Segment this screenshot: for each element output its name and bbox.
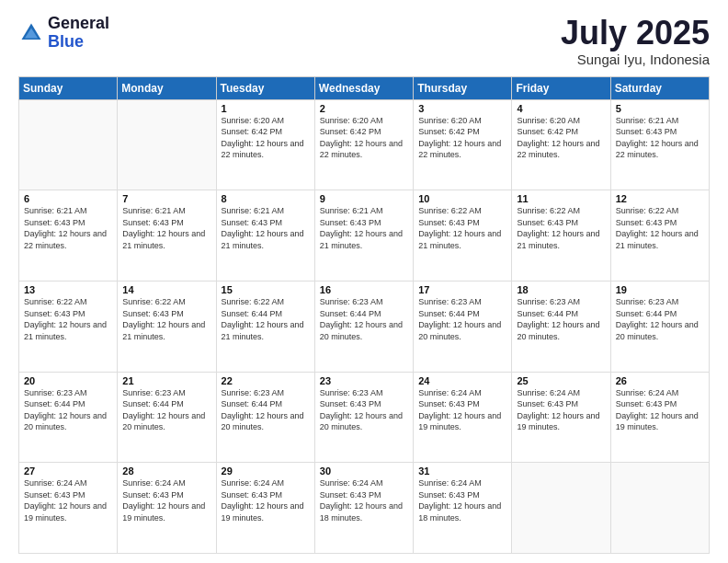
day-info: Sunrise: 6:23 AM Sunset: 6:43 PM Dayligh… (320, 387, 408, 433)
calendar-cell: 5Sunrise: 6:21 AM Sunset: 6:43 PM Daylig… (610, 99, 709, 190)
calendar-cell: 20Sunrise: 6:23 AM Sunset: 6:44 PM Dayli… (19, 372, 118, 463)
day-info: Sunrise: 6:23 AM Sunset: 6:44 PM Dayligh… (222, 387, 310, 433)
day-number: 20 (24, 375, 112, 386)
day-info: Sunrise: 6:22 AM Sunset: 6:43 PM Dayligh… (418, 205, 506, 251)
header: General Blue July 2025 Sungai Iyu, Indon… (18, 15, 710, 67)
calendar-cell: 4Sunrise: 6:20 AM Sunset: 6:42 PM Daylig… (512, 99, 610, 190)
month-year: July 2025 (561, 15, 710, 52)
day-number: 29 (222, 465, 310, 477)
day-number: 4 (517, 103, 605, 114)
day-info: Sunrise: 6:22 AM Sunset: 6:43 PM Dayligh… (517, 205, 605, 251)
day-number: 10 (418, 193, 506, 204)
day-number: 1 (222, 103, 310, 114)
day-number: 23 (320, 375, 408, 386)
day-info: Sunrise: 6:24 AM Sunset: 6:43 PM Dayligh… (418, 387, 506, 433)
calendar-cell: 30Sunrise: 6:24 AM Sunset: 6:43 PM Dayli… (314, 463, 413, 554)
day-number: 21 (122, 375, 210, 386)
day-info: Sunrise: 6:24 AM Sunset: 6:43 PM Dayligh… (222, 477, 310, 523)
calendar-cell: 22Sunrise: 6:23 AM Sunset: 6:44 PM Dayli… (216, 372, 314, 463)
day-number: 30 (320, 465, 408, 477)
calendar-cell (19, 99, 118, 190)
calendar-cell: 15Sunrise: 6:22 AM Sunset: 6:44 PM Dayli… (216, 281, 314, 372)
calendar-week: 13Sunrise: 6:22 AM Sunset: 6:43 PM Dayli… (19, 281, 710, 372)
day-info: Sunrise: 6:20 AM Sunset: 6:42 PM Dayligh… (222, 115, 310, 161)
calendar-body: 1Sunrise: 6:20 AM Sunset: 6:42 PM Daylig… (19, 99, 710, 553)
days-row: SundayMondayTuesdayWednesdayThursdayFrid… (19, 76, 710, 99)
calendar-week: 6Sunrise: 6:21 AM Sunset: 6:43 PM Daylig… (19, 190, 710, 282)
day-number: 28 (122, 465, 210, 477)
calendar-week: 27Sunrise: 6:24 AM Sunset: 6:43 PM Dayli… (19, 463, 710, 554)
calendar-cell: 19Sunrise: 6:23 AM Sunset: 6:44 PM Dayli… (610, 281, 709, 372)
calendar-header: SundayMondayTuesdayWednesdayThursdayFrid… (19, 76, 710, 99)
calendar-cell: 10Sunrise: 6:22 AM Sunset: 6:43 PM Dayli… (414, 190, 512, 282)
day-info: Sunrise: 6:22 AM Sunset: 6:43 PM Dayligh… (24, 296, 112, 342)
calendar-cell: 1Sunrise: 6:20 AM Sunset: 6:42 PM Daylig… (216, 99, 314, 190)
day-number: 19 (616, 284, 704, 295)
day-info: Sunrise: 6:23 AM Sunset: 6:44 PM Dayligh… (320, 296, 408, 342)
day-header: Sunday (19, 76, 118, 99)
day-number: 24 (418, 375, 506, 386)
day-number: 17 (418, 284, 506, 295)
day-number: 26 (616, 375, 704, 386)
day-number: 25 (517, 375, 605, 386)
day-info: Sunrise: 6:24 AM Sunset: 6:43 PM Dayligh… (320, 477, 408, 523)
day-info: Sunrise: 6:23 AM Sunset: 6:44 PM Dayligh… (24, 387, 112, 433)
calendar-week: 1Sunrise: 6:20 AM Sunset: 6:42 PM Daylig… (19, 99, 710, 190)
calendar-cell: 7Sunrise: 6:21 AM Sunset: 6:43 PM Daylig… (118, 190, 216, 282)
calendar-cell (512, 463, 610, 554)
day-info: Sunrise: 6:21 AM Sunset: 6:43 PM Dayligh… (320, 205, 408, 251)
day-number: 27 (24, 465, 112, 477)
calendar-cell: 23Sunrise: 6:23 AM Sunset: 6:43 PM Dayli… (314, 372, 413, 463)
calendar-cell: 28Sunrise: 6:24 AM Sunset: 6:43 PM Dayli… (118, 463, 216, 554)
day-number: 22 (222, 375, 310, 386)
calendar-cell: 9Sunrise: 6:21 AM Sunset: 6:43 PM Daylig… (314, 190, 413, 282)
day-info: Sunrise: 6:23 AM Sunset: 6:44 PM Dayligh… (418, 296, 506, 342)
calendar-cell: 16Sunrise: 6:23 AM Sunset: 6:44 PM Dayli… (314, 281, 413, 372)
day-number: 13 (24, 284, 112, 295)
day-info: Sunrise: 6:23 AM Sunset: 6:44 PM Dayligh… (517, 296, 605, 342)
calendar-cell: 21Sunrise: 6:23 AM Sunset: 6:44 PM Dayli… (118, 372, 216, 463)
day-info: Sunrise: 6:23 AM Sunset: 6:44 PM Dayligh… (122, 387, 210, 433)
day-info: Sunrise: 6:20 AM Sunset: 6:42 PM Dayligh… (517, 115, 605, 161)
day-number: 11 (517, 193, 605, 204)
calendar-table: SundayMondayTuesdayWednesdayThursdayFrid… (18, 76, 710, 554)
calendar-cell: 6Sunrise: 6:21 AM Sunset: 6:43 PM Daylig… (19, 190, 118, 282)
day-number: 5 (616, 103, 704, 114)
calendar-cell: 14Sunrise: 6:22 AM Sunset: 6:43 PM Dayli… (118, 281, 216, 372)
day-header: Tuesday (216, 76, 314, 99)
title-block: July 2025 Sungai Iyu, Indonesia (561, 15, 710, 67)
day-info: Sunrise: 6:23 AM Sunset: 6:44 PM Dayligh… (616, 296, 704, 342)
day-header: Friday (512, 76, 610, 99)
calendar-cell: 3Sunrise: 6:20 AM Sunset: 6:42 PM Daylig… (414, 99, 512, 190)
day-header: Monday (118, 76, 216, 99)
day-info: Sunrise: 6:21 AM Sunset: 6:43 PM Dayligh… (24, 205, 112, 251)
logo-icon (18, 20, 44, 46)
calendar-cell: 25Sunrise: 6:24 AM Sunset: 6:43 PM Dayli… (512, 372, 610, 463)
day-number: 8 (222, 193, 310, 204)
day-number: 14 (122, 284, 210, 295)
logo-general: General (48, 15, 109, 33)
day-number: 9 (320, 193, 408, 204)
calendar-cell: 18Sunrise: 6:23 AM Sunset: 6:44 PM Dayli… (512, 281, 610, 372)
calendar-cell: 13Sunrise: 6:22 AM Sunset: 6:43 PM Dayli… (19, 281, 118, 372)
logo-text: General Blue (48, 15, 109, 52)
day-number: 6 (24, 193, 112, 204)
day-info: Sunrise: 6:24 AM Sunset: 6:43 PM Dayligh… (122, 477, 210, 523)
logo-blue: Blue (48, 33, 109, 52)
calendar-cell: 11Sunrise: 6:22 AM Sunset: 6:43 PM Dayli… (512, 190, 610, 282)
day-info: Sunrise: 6:22 AM Sunset: 6:43 PM Dayligh… (616, 205, 704, 251)
day-number: 16 (320, 284, 408, 295)
day-info: Sunrise: 6:24 AM Sunset: 6:43 PM Dayligh… (24, 477, 112, 523)
day-number: 12 (616, 193, 704, 204)
day-number: 3 (418, 103, 506, 114)
day-info: Sunrise: 6:20 AM Sunset: 6:42 PM Dayligh… (418, 115, 506, 161)
calendar-cell (610, 463, 709, 554)
calendar-cell: 17Sunrise: 6:23 AM Sunset: 6:44 PM Dayli… (414, 281, 512, 372)
day-header: Thursday (414, 76, 512, 99)
day-info: Sunrise: 6:21 AM Sunset: 6:43 PM Dayligh… (122, 205, 210, 251)
day-header: Saturday (610, 76, 709, 99)
day-info: Sunrise: 6:21 AM Sunset: 6:43 PM Dayligh… (222, 205, 310, 251)
calendar-cell: 2Sunrise: 6:20 AM Sunset: 6:42 PM Daylig… (314, 99, 413, 190)
calendar-cell: 8Sunrise: 6:21 AM Sunset: 6:43 PM Daylig… (216, 190, 314, 282)
calendar-cell: 12Sunrise: 6:22 AM Sunset: 6:43 PM Dayli… (610, 190, 709, 282)
